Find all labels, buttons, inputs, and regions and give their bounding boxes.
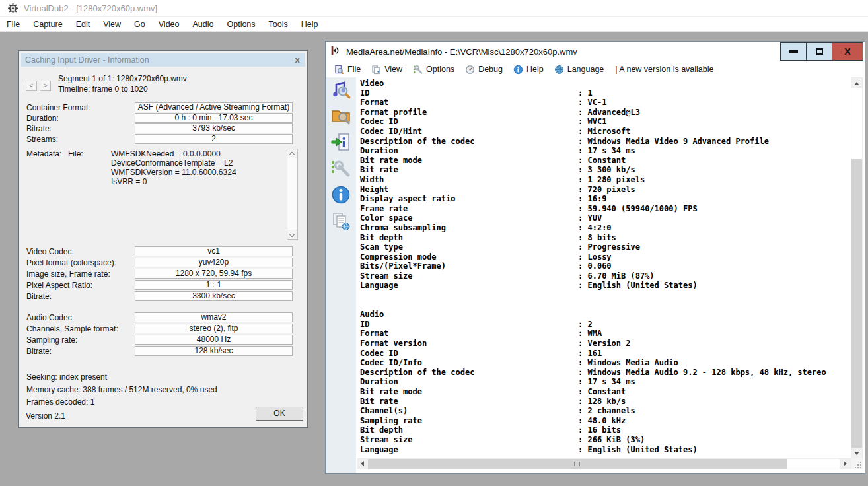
field-name: Bits/(Pixel*Frame) <box>360 261 578 271</box>
scroll-down-icon[interactable] <box>851 448 862 458</box>
vertical-scrollbar[interactable] <box>851 77 863 458</box>
window-controls: X <box>781 42 863 61</box>
audio-codec-rows: Audio Codec: wmav2 Channels, Sample form… <box>26 312 293 357</box>
field-value: 2 <box>587 320 592 329</box>
field-name: Stream size <box>360 271 578 281</box>
field-value: 8 bits <box>587 233 616 242</box>
video-codec-rows: Video Codec: vc1 Pixel format (colorspac… <box>26 246 293 302</box>
menu-item[interactable]: View <box>96 17 127 32</box>
mediainfo-row: Chroma subsampling: 4:2:0 <box>360 223 851 233</box>
window-title: VirtualDub2 - [1280x720x60p.wmv] <box>24 3 157 13</box>
mediainfo-row: Duration: 17 s 34 ms <box>360 146 851 156</box>
field-value: Windows Media Video 9 Advanced Profile <box>587 137 769 146</box>
field-value: 16:9 <box>587 194 606 203</box>
menu-language[interactable]: Language <box>550 62 609 77</box>
mediainfo-row: Codec ID: WVC1 <box>360 117 851 127</box>
scroll-down-icon[interactable] <box>287 230 297 239</box>
horizontal-scrollbar[interactable] <box>357 458 851 469</box>
minimize-button[interactable] <box>780 42 807 61</box>
field-value: Advanced@L3 <box>587 108 639 117</box>
field-value: 1 <box>587 88 592 98</box>
scroll-up-icon[interactable] <box>287 149 297 158</box>
field-name: Scan type <box>360 242 578 252</box>
mediainfo-window: MediaArea.net/MediaInfo - E:\VCR\Misc\12… <box>325 41 865 474</box>
export-info-icon[interactable] <box>330 131 351 154</box>
scroll-left-icon[interactable] <box>357 459 368 469</box>
menu-item[interactable]: Capture <box>26 17 69 32</box>
metadata-line: IsVBR = 0 <box>111 177 236 186</box>
resize-grip-icon[interactable] <box>855 462 861 468</box>
advanced-options-icon[interactable] <box>330 158 351 180</box>
web-report-icon[interactable] <box>330 211 351 233</box>
menu-item[interactable]: Edit <box>69 17 97 32</box>
mediainfo-row: : <box>360 300 851 310</box>
menu-options[interactable]: Options <box>408 62 459 77</box>
mediainfo-row: Color space: YUV <box>360 213 851 223</box>
info-row: Sampling rate: 48000 Hz <box>26 335 293 345</box>
field-name: Display aspect ratio <box>360 194 578 204</box>
info-icon[interactable] <box>330 184 351 207</box>
field-value: Microsoft <box>587 127 630 136</box>
info-row: Streams: 2 <box>26 134 293 144</box>
prev-segment-button[interactable]: < <box>26 81 37 91</box>
field-name: Stream size <box>360 435 578 445</box>
mediainfo-text-view[interactable]: Video: ID: 1 Format: VC-1 Format profile… <box>356 77 851 458</box>
field-value: 1 280 pixels <box>587 175 645 184</box>
field-name: Language <box>360 281 578 291</box>
close-icon[interactable]: x <box>289 55 305 65</box>
scroll-up-icon[interactable] <box>851 78 862 88</box>
menu-item[interactable]: Go <box>127 17 152 32</box>
field-name: Bit depth <box>360 425 578 435</box>
menu-file[interactable]: File <box>330 62 365 77</box>
mediainfo-row: Bits/(Pixel*Frame): 0.060 <box>360 261 851 271</box>
field-name: Description of the codec <box>360 137 578 147</box>
status-line: Memory cache: 388 frames / 512M reserved… <box>26 385 217 394</box>
container-info-rows: Container Format: ASF (Advanced / Active… <box>26 102 293 145</box>
field-value: 0.060 <box>587 261 611 271</box>
menu-item[interactable]: Help <box>295 17 325 32</box>
mediainfo-row: Height: 720 pixels <box>360 185 851 195</box>
field-value: ASF (Advanced / Active Streaming Format) <box>135 102 293 112</box>
field-value: 3793 kb/sec <box>135 123 293 133</box>
minimize-icon <box>789 50 798 53</box>
ok-button[interactable]: OK <box>256 407 303 421</box>
mediainfo-row: Codec ID/Info: Windows Media Audio <box>360 358 851 368</box>
field-value: stereo (2), fltp <box>135 324 293 333</box>
status-lines: Seeking: index presentMemory cache: 388 … <box>26 372 217 410</box>
menu-item[interactable]: Tools <box>262 17 295 32</box>
metadata-area: Metadata: File: WMFSDKNeeded = 0.0.0.000… <box>26 149 236 186</box>
open-folder-icon[interactable] <box>330 105 351 127</box>
metadata-scrollbar[interactable] <box>287 149 298 240</box>
menu-item[interactable]: Options <box>220 17 262 32</box>
close-button[interactable]: X <box>832 42 863 61</box>
field-name: Codec ID/Info <box>360 358 578 368</box>
maximize-button[interactable] <box>806 42 832 61</box>
field-label: Container Format: <box>26 103 135 112</box>
field-label: Bitrate: <box>26 124 135 133</box>
mediainfo-row: Bit rate mode: Constant <box>360 156 851 166</box>
menu-item[interactable]: File <box>0 17 26 32</box>
analyze-media-icon[interactable] <box>330 79 351 101</box>
field-name: Channel(s) <box>360 406 578 416</box>
mediainfo-row: ID: 1 <box>360 88 851 98</box>
scroll-right-icon[interactable] <box>840 459 850 469</box>
vertical-scrollbar-thumb[interactable] <box>851 159 862 448</box>
dialog-titlebar[interactable]: Caching Input Driver - Information x <box>21 53 305 67</box>
mediainfo-row: Channel(s): 2 channels <box>360 406 851 416</box>
field-name: Chroma subsampling <box>360 223 578 233</box>
caching-input-driver-dialog: Caching Input Driver - Information x < >… <box>18 50 308 428</box>
dialog-body: < > Segment 1 of 1: 1280x720x60p.wmv Tim… <box>21 67 305 425</box>
mediainfo-titlebar[interactable]: MediaArea.net/MediaInfo - E:\VCR\Misc\12… <box>326 42 865 61</box>
field-value: 59.940 (59940/1000) FPS <box>587 204 697 213</box>
horizontal-scrollbar-thumb[interactable] <box>368 459 787 469</box>
menu-debug[interactable]: Debug <box>460 62 507 77</box>
menu-item[interactable]: Video <box>152 17 186 32</box>
field-value: yuv420p <box>135 258 293 267</box>
field-name: Description of the codec <box>360 368 578 378</box>
next-segment-button[interactable]: > <box>40 81 51 91</box>
field-name: Compression mode <box>360 252 578 262</box>
mediainfo-row: Format: VC-1 <box>360 98 851 108</box>
menu-view[interactable]: View <box>367 62 407 77</box>
menu-item[interactable]: Audio <box>186 17 221 32</box>
menu-help[interactable]: Help <box>509 62 548 77</box>
